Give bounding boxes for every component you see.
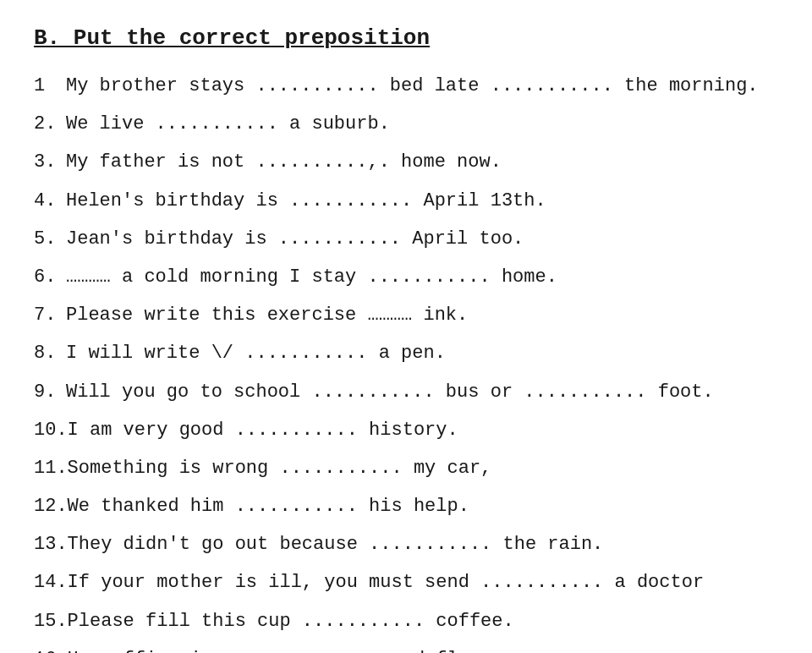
- item-text: ………… a cold morning I stay ........... h…: [66, 262, 778, 292]
- item-number: 2.: [34, 109, 66, 139]
- list-item: 5.Jean's birthday is ........... April t…: [34, 224, 778, 254]
- item-text: Her office is ........... second floor.: [68, 645, 778, 653]
- list-item: 14.If your mother is ill, you must send …: [34, 568, 778, 597]
- item-number: 6.: [34, 262, 66, 292]
- page-title: B. Put the correct preposition: [34, 25, 778, 51]
- item-number: 15.: [34, 606, 68, 636]
- item-number: 8.: [34, 338, 66, 368]
- item-number: 11.: [34, 453, 68, 483]
- list-item: 2.We live ........... a suburb.: [34, 109, 778, 139]
- list-item: 3.My father is not ..........,. home now…: [34, 147, 778, 177]
- item-number: 1: [34, 71, 66, 101]
- list-item: 12.We thanked him ........... his help.: [34, 491, 778, 521]
- item-number: 13.: [34, 530, 68, 559]
- item-text: Please fill this cup ........... coffee.: [68, 606, 778, 636]
- list-item: 10.I am very good ........... history.: [34, 415, 778, 445]
- item-number: 16.: [34, 645, 68, 653]
- item-number: 5.: [34, 224, 66, 254]
- list-item: 1My brother stays ........... bed late .…: [34, 71, 778, 101]
- list-item: 9.Will you go to school ........... bus …: [34, 377, 778, 407]
- list-item: 11.Something is wrong ........... my car…: [34, 453, 778, 483]
- item-text: We live ........... a suburb.: [66, 109, 778, 139]
- item-text: Please write this exercise ………… ink.: [66, 300, 778, 330]
- item-number: 14.: [34, 568, 68, 597]
- list-item: 4.Helen's birthday is ........... April …: [34, 186, 778, 216]
- exercise-list: 1My brother stays ........... bed late .…: [34, 71, 778, 653]
- list-item: 6.………… a cold morning I stay ...........…: [34, 262, 778, 292]
- list-item: 8.I will write \/ ........... a pen.: [34, 338, 778, 368]
- item-number: 3.: [34, 147, 66, 177]
- item-text: My father is not ..........,. home now.: [66, 147, 778, 177]
- item-text: They didn't go out because ........... t…: [68, 530, 778, 559]
- item-text: Jean's birthday is ........... April too…: [66, 224, 778, 254]
- list-item: 15.Please fill this cup ........... coff…: [34, 606, 778, 636]
- item-text: My brother stays ........... bed late ..…: [66, 71, 778, 101]
- list-item: 16.Her office is ........... second floo…: [34, 645, 778, 653]
- list-item: 13.They didn't go out because ..........…: [34, 530, 778, 559]
- item-text: I am very good ........... history.: [68, 415, 778, 445]
- item-text: Something is wrong ........... my car,: [68, 453, 778, 483]
- item-number: 10.: [34, 415, 68, 445]
- list-item: 7.Please write this exercise ………… ink.: [34, 300, 778, 330]
- item-text: If your mother is ill, you must send ...…: [68, 568, 778, 597]
- item-text: Helen's birthday is ........... April 13…: [66, 186, 778, 216]
- item-text: We thanked him ........... his help.: [68, 491, 778, 521]
- item-number: 4.: [34, 186, 66, 216]
- item-number: 12.: [34, 491, 68, 521]
- item-text: Will you go to school ........... bus or…: [66, 377, 778, 407]
- item-number: 7.: [34, 300, 66, 330]
- item-text: I will write \/ ........... a pen.: [66, 338, 778, 368]
- item-number: 9.: [34, 377, 66, 407]
